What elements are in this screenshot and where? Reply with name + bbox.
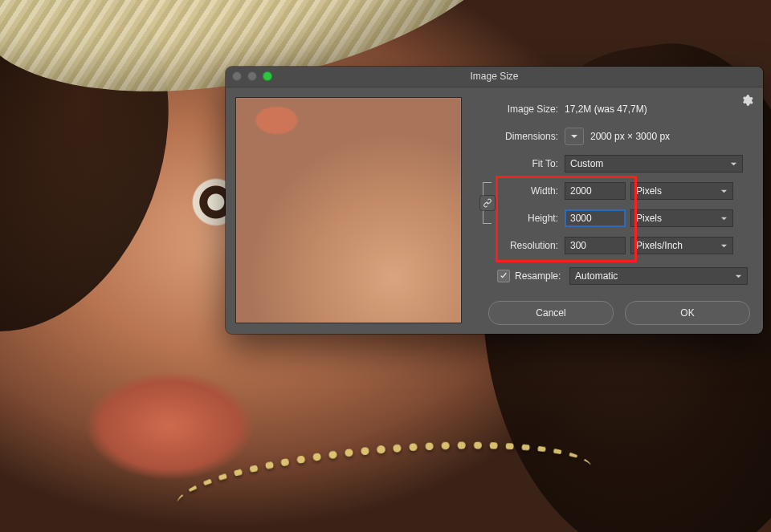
height-input[interactable]: 3000 [565,209,626,227]
height-label: Height: [497,213,565,224]
resample-label: Resample: [515,270,569,282]
window-traffic-lights [232,71,272,81]
settings-gear-icon[interactable] [740,94,753,107]
cancel-label: Cancel [536,307,565,319]
width-unit-select[interactable]: Pixels [630,182,733,200]
resolution-unit-value: Pixels/Inch [636,238,683,254]
height-unit-value: Pixels [636,210,662,226]
width-value: 2000 [570,183,592,199]
window-close-button[interactable] [232,71,242,81]
window-minimize-button[interactable] [247,71,257,81]
cancel-button[interactable]: Cancel [488,301,614,325]
fit-to-label: Fit To: [478,158,565,169]
width-label: Width: [497,185,565,197]
resolution-label: Resolution: [497,240,565,251]
width-unit-value: Pixels [636,183,662,199]
window-zoom-button[interactable] [263,71,272,81]
dimensions-value: 2000 px × 3000 px [590,131,670,142]
chevron-down-icon [720,242,728,250]
dimensions-label: Dimensions: [478,131,565,142]
image-size-value: 17,2M (was 47,7M) [565,104,647,115]
chevron-down-icon [735,273,742,280]
resample-value: Automatic [575,268,618,284]
image-size-dialog: Image Size Image Size: 17,2M (was 47,7M)… [226,67,763,334]
fit-to-select[interactable]: Custom [565,155,743,173]
chevron-down-icon [720,188,728,195]
constrain-proportions-button[interactable] [480,196,495,210]
dialog-title: Image Size [470,71,518,82]
resample-checkbox[interactable] [497,270,510,282]
dialog-titlebar[interactable]: Image Size [226,67,763,87]
height-unit-select[interactable]: Pixels [630,209,733,227]
dimensions-unit-toggle[interactable] [565,128,584,145]
width-input[interactable]: 2000 [565,182,626,200]
check-icon [500,272,508,280]
resolution-input[interactable]: 300 [565,237,626,254]
chevron-down-icon [720,215,728,222]
image-size-label: Image Size: [478,104,565,115]
fit-to-value: Custom [570,156,603,172]
chevron-down-icon [730,160,737,168]
ok-button[interactable]: OK [625,301,750,325]
preview-image[interactable] [235,97,462,323]
preview-pane [226,87,470,334]
height-value: 3000 [570,210,592,226]
resample-select[interactable]: Automatic [569,267,748,285]
resolution-value: 300 [570,238,586,254]
ok-label: OK [680,307,694,319]
resolution-unit-select[interactable]: Pixels/Inch [630,237,733,254]
